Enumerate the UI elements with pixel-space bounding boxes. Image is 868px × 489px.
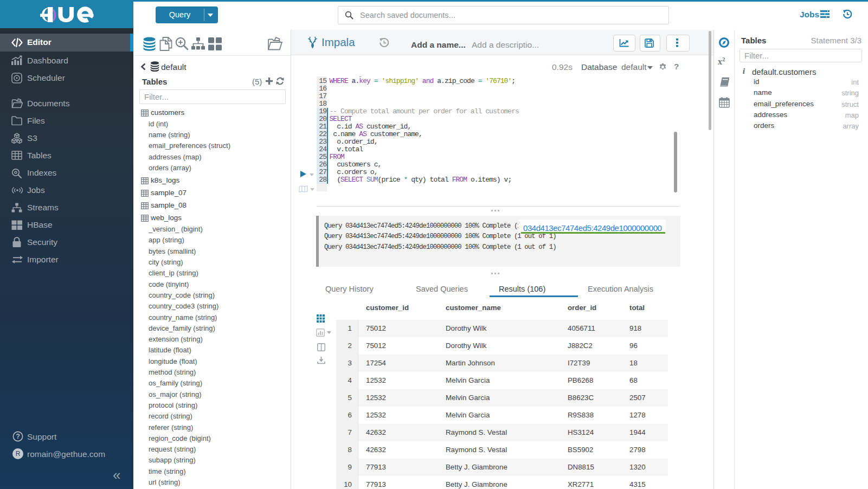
- svg-text:?: ?: [16, 433, 20, 440]
